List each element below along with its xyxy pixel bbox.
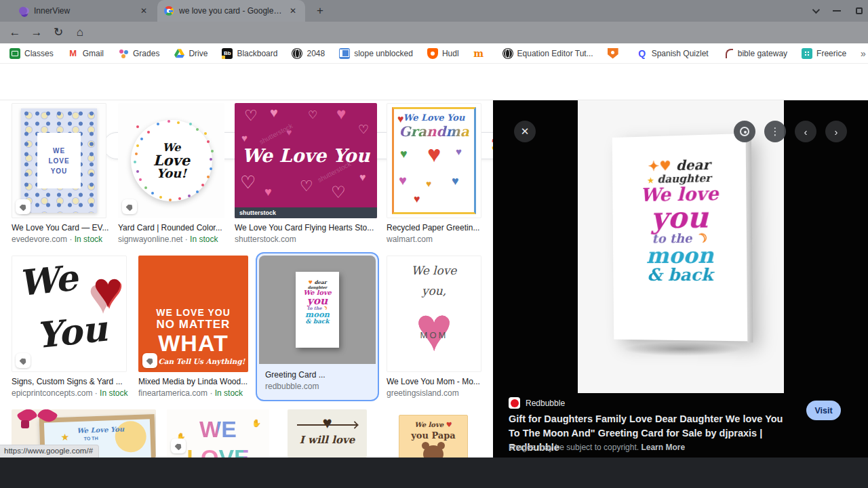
tab-search-icon[interactable] (812, 6, 820, 14)
preview-card-art[interactable]: ✦♥ dear ★ daughter We love you to the ☽ … (612, 134, 749, 342)
result-image-owl-card[interactable]: WE LOVE YOU (12, 103, 106, 218)
globe-icon (292, 48, 302, 59)
tab-title: we love you card - Google Search (179, 6, 282, 16)
image-preview-panel: ✦♥ dear ★ daughter We love you to the ☽ … (493, 100, 868, 458)
bible-gateway-icon (723, 48, 734, 59)
quizlet-icon: Q (637, 48, 648, 59)
back-button[interactable]: ← (7, 24, 23, 41)
shelf: + US 10:39 (0, 458, 868, 488)
learn-more-link[interactable]: Learn More (641, 443, 685, 452)
preview-stage: ✦♥ dear ★ daughter We love you to the ☽ … (578, 100, 784, 393)
slope-icon (339, 48, 350, 59)
product-tag-icon (16, 199, 31, 214)
tab-strip: InnerView ✕ we love you card - Google Se… (0, 0, 868, 22)
bookmark-freerice[interactable]: Freerice (802, 48, 846, 59)
shutterstock-bar: shutterstock (235, 207, 377, 218)
confetti-art (136, 125, 139, 128)
tab-title: InnerView (34, 6, 133, 16)
result-image-colorful-letters[interactable]: WE LOVE ✋ ✋ (167, 409, 269, 458)
result-caption[interactable]: Yard Card | Rounded Color... signwayonli… (118, 223, 226, 244)
classes-icon (9, 48, 20, 59)
pink-heart: ♥ (416, 298, 453, 360)
bookmark-quizlet[interactable]: QSpanish Quizlet (637, 48, 709, 59)
tab-innerview[interactable]: InnerView ✕ (12, 0, 156, 22)
result-image-arrow-heart[interactable]: ♥ I will love (288, 409, 367, 458)
product-tag-icon (171, 439, 186, 453)
blackboard-icon: Bb (222, 48, 233, 59)
result-caption[interactable]: We Love You Mom - Mo... greetingsisland.… (387, 377, 488, 398)
result-image-selected-redbubble[interactable]: ♥ dear daughter We love you to the ☽ moo… (256, 252, 379, 401)
search-header: Google REGISTER TO VOTE! we love you car… (0, 64, 868, 100)
moodle-icon: m (473, 48, 484, 59)
result-caption[interactable]: We Love You Card Flying Hearts Sto... sh… (235, 223, 380, 244)
result-image-mom-heart[interactable]: We love you, ♥ MOM (387, 256, 481, 372)
bookmark-classes[interactable]: Classes (9, 48, 54, 59)
tab-close-icon[interactable]: ✕ (288, 5, 298, 16)
result-image-grandma-card[interactable]: We Love You Grandma ♥ ♥ ♥ ♥ ♥ ♥ ♥ ♥ (387, 103, 481, 218)
bookmark-shield[interactable] (608, 48, 623, 59)
drive-icon (174, 48, 184, 59)
result-caption-selected[interactable]: Greeting Card ... redbubble.com (257, 367, 378, 394)
tab-close-icon[interactable]: ✕ (138, 5, 149, 16)
bookmarks-bar: Classes MGmail Grades Drive BbBlackboard… (0, 43, 868, 64)
preview-footer: Redbubble Visit Gift for Daughters Famil… (493, 393, 868, 458)
forward-button[interactable]: → (28, 24, 45, 41)
globe-icon (502, 48, 513, 59)
innerview-favicon-icon (19, 7, 27, 15)
result-caption[interactable]: We Love You Card — EV... evedevore.com ·… (12, 223, 113, 244)
mini-card-art: ♥ dear daughter We love you to the ☽ moo… (296, 272, 339, 348)
visit-button[interactable]: Visit (806, 401, 841, 420)
home-button[interactable]: ⌂ (72, 24, 88, 41)
restore-icon[interactable] (856, 7, 863, 14)
status-url-bubble: https://www.google.com/# (0, 445, 99, 458)
product-tag-icon (142, 353, 157, 368)
tab-google-search[interactable]: we love you card - Google Search ✕ (157, 0, 305, 22)
product-tag-icon (16, 353, 31, 368)
gmail-icon: M (68, 48, 79, 59)
bookmarks-overflow-icon[interactable]: » (861, 48, 866, 59)
result-image-flying-hearts[interactable]: ♡ ♥ ♡ ♥ ♡ ♥ ♥ ♡ ♥ ♡ ♡ ♥ shutterstock shu… (235, 103, 377, 218)
result-image-we-heart-you[interactable]: We ♥ You (12, 256, 127, 372)
bear-art (423, 445, 443, 458)
more-options-icon[interactable]: ⋮ (764, 121, 786, 142)
bookmark-drive[interactable]: Drive (174, 48, 208, 59)
result-caption[interactable]: Recycled Paper Greetin... walmart.com (387, 223, 488, 244)
shield-icon (608, 48, 618, 59)
bookmark-2048[interactable]: 2048 (292, 48, 325, 59)
product-tag-icon (122, 199, 137, 214)
arrow-art (297, 424, 357, 426)
result-caption[interactable]: Signs, Custom Signs & Yard ... epicprint… (12, 377, 130, 398)
bookmark-gmail[interactable]: MGmail (68, 48, 104, 59)
bookmark-equation-editor[interactable]: Equation Editor Tut... (502, 48, 593, 59)
lens-search-icon[interactable] (734, 121, 755, 142)
copyright-note: Images may be subject to copyright. (509, 443, 639, 452)
bookmark-blackboard[interactable]: BbBlackboard (222, 48, 277, 59)
result-caption[interactable]: Mixed Media by Linda Wood... fineartamer… (138, 377, 252, 398)
screen: InnerView ✕ we love you card - Google Se… (0, 0, 868, 488)
refresh-button[interactable]: ↻ (50, 24, 66, 41)
new-tab-button[interactable]: + (312, 3, 328, 19)
previous-image-icon[interactable]: ‹ (795, 121, 816, 142)
bookmark-moodle[interactable]: m (473, 48, 488, 59)
result-image-no-matter-what[interactable]: WE LOVE YOU NO MATTER WHAT You Can Tell … (138, 256, 248, 372)
redbubble-icon (509, 397, 520, 409)
window-controls (812, 0, 863, 22)
bookmark-grades[interactable]: Grades (118, 48, 159, 59)
next-image-icon[interactable]: › (825, 121, 847, 142)
source-row[interactable]: Redbubble (509, 397, 565, 409)
close-preview-icon[interactable]: ✕ (514, 121, 536, 142)
bookmark-bible-gateway[interactable]: bible gateway (723, 48, 787, 59)
browser-toolbar: ← → ↻ ⌂ google.com/search?q=we+love+you+… (0, 22, 868, 43)
grades-icon (118, 48, 129, 59)
hudl-icon (427, 48, 438, 59)
google-favicon-icon (164, 6, 174, 16)
result-image-round-yard-card[interactable]: We Love You! (118, 103, 224, 218)
bookmark-hudl[interactable]: Hudl (427, 48, 459, 59)
result-image-papa-bear[interactable]: We love ♥ you Papa (392, 409, 475, 458)
bookmark-slope[interactable]: slope unblocked (339, 48, 413, 59)
freerice-icon (802, 48, 812, 59)
minimize-icon[interactable] (833, 10, 841, 12)
